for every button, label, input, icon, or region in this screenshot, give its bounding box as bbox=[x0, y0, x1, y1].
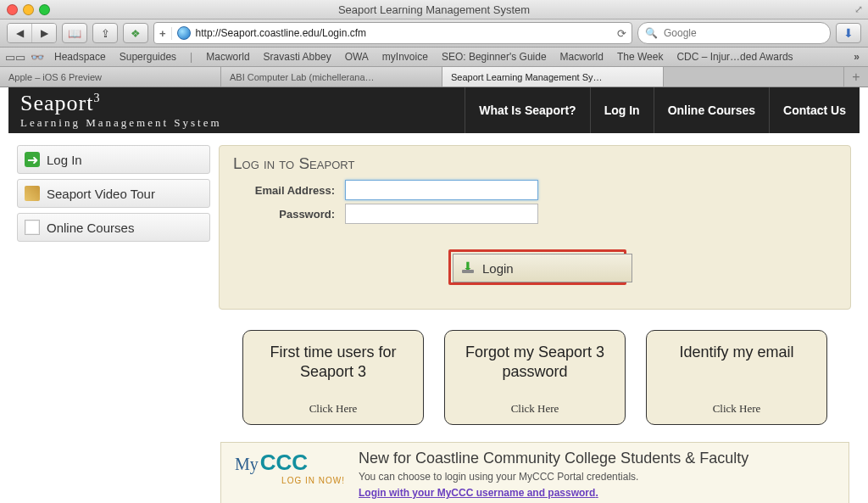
box-title: Forgot my Seaport 3 password bbox=[453, 343, 616, 381]
myccc-heading: New for Coastline Community College Stud… bbox=[359, 450, 748, 467]
page-viewport: Seaport3 Learning Management System What… bbox=[0, 87, 868, 503]
forward-button[interactable]: ▶ bbox=[32, 24, 56, 42]
nav-contact-us[interactable]: Contact Us bbox=[769, 87, 860, 133]
reload-icon[interactable]: ⟳ bbox=[617, 27, 626, 40]
fullscreen-icon[interactable]: ⤢ bbox=[854, 3, 863, 15]
password-label: Password: bbox=[233, 208, 335, 221]
nav-what-is-seaport[interactable]: What Is Seaport? bbox=[465, 87, 589, 133]
browser-tab-active[interactable]: Seaport Learning Management Sy… bbox=[442, 67, 664, 87]
bookmarks-bar: ▭▭ 👓 Headspace Superguides | Macworld Sr… bbox=[0, 48, 868, 67]
main-content: Log in to Seaport Email Address: Passwor… bbox=[219, 145, 851, 503]
download-icon: ⬇ bbox=[843, 26, 854, 40]
box-title: First time users for Seaport 3 bbox=[252, 343, 415, 381]
login-button-icon: ⬇ bbox=[462, 263, 474, 273]
myccc-logo-ccc: CCC bbox=[260, 450, 308, 475]
password-input[interactable] bbox=[345, 204, 538, 224]
new-tab-button[interactable]: + bbox=[843, 67, 868, 87]
mac-titlebar: Seaport Learning Management System ⤢ bbox=[0, 0, 868, 20]
site-brand: Seaport3 Learning Management System bbox=[8, 86, 234, 135]
window-controls bbox=[7, 4, 50, 15]
bookmark-item[interactable]: Macworld bbox=[201, 51, 254, 63]
myccc-logo-sub: LOG IN NOW! bbox=[235, 476, 345, 485]
bookmark-item[interactable]: myInvoice bbox=[377, 51, 433, 63]
minimize-window-button[interactable] bbox=[23, 4, 34, 15]
box-title: Identify my email bbox=[679, 343, 793, 362]
nav-online-courses[interactable]: Online Courses bbox=[654, 87, 769, 133]
zoom-window-button[interactable] bbox=[39, 4, 50, 15]
bookmarks-overflow-icon[interactable]: » bbox=[850, 51, 863, 63]
site-nav: What Is Seaport? Log In Online Courses C… bbox=[465, 87, 860, 133]
evernote-button[interactable]: ❖ bbox=[123, 23, 148, 43]
window-title: Seaport Learning Management System bbox=[0, 3, 868, 16]
downloads-button[interactable]: ⬇ bbox=[836, 23, 861, 43]
bookmark-item[interactable]: Superguides bbox=[114, 51, 181, 63]
box-forgot-password[interactable]: Forgot my Seaport 3 password Click Here bbox=[444, 330, 626, 425]
email-input[interactable] bbox=[345, 180, 538, 200]
share-button[interactable]: ⇪ bbox=[92, 23, 118, 43]
bookmark-item[interactable]: The Week bbox=[612, 51, 668, 63]
myccc-text: New for Coastline Community College Stud… bbox=[359, 450, 748, 499]
search-icon: 🔍 bbox=[645, 27, 658, 39]
nav-log-in[interactable]: Log In bbox=[590, 87, 654, 133]
sidebar-item-label: Seaport Video Tour bbox=[47, 187, 155, 201]
site-icon bbox=[177, 26, 191, 40]
reading-list-icon[interactable]: 👓 bbox=[31, 51, 44, 64]
tab-strip: Apple – iOS 6 Preview ABI Computer Lab (… bbox=[0, 67, 868, 87]
box-click-here: Click Here bbox=[713, 402, 761, 416]
bookmark-item[interactable]: CDC – Injur…ded Awards bbox=[671, 51, 798, 63]
sidebar-item-online-courses[interactable]: Online Courses bbox=[17, 213, 210, 242]
box-identify-email[interactable]: Identify my email Click Here bbox=[646, 330, 827, 425]
brand-subtitle: Learning Management System bbox=[20, 116, 222, 130]
login-button[interactable]: ⬇ Login bbox=[453, 254, 632, 282]
box-first-time-users[interactable]: First time users for Seaport 3 Click Her… bbox=[242, 330, 424, 425]
bookmark-item[interactable]: Sravasti Abbey bbox=[259, 51, 337, 63]
close-window-button[interactable] bbox=[7, 4, 18, 15]
add-bookmark-icon[interactable]: + bbox=[159, 27, 172, 40]
address-bar[interactable]: + http://Seaport.coastline.edu/Login.cfm… bbox=[153, 22, 632, 44]
email-label: Email Address: bbox=[233, 184, 335, 197]
page: Seaport3 Learning Management System What… bbox=[8, 87, 860, 503]
sidebar-item-login[interactable]: ➜ Log In bbox=[17, 145, 210, 174]
bookmark-item[interactable]: Macworld bbox=[555, 51, 609, 63]
brand-title: Seaport bbox=[20, 91, 93, 115]
brand-sup: 3 bbox=[93, 92, 100, 104]
search-input[interactable] bbox=[662, 26, 823, 40]
login-panel: Log in to Seaport Email Address: Passwor… bbox=[219, 145, 851, 310]
box-click-here: Click Here bbox=[309, 402, 358, 416]
help-boxes: First time users for Seaport 3 Click Her… bbox=[219, 330, 851, 425]
bookmarks-button[interactable]: 📖 bbox=[62, 23, 87, 43]
myccc-logo-my: My bbox=[235, 455, 259, 473]
login-heading: Log in to Seaport bbox=[233, 154, 837, 173]
sidebar: ➜ Log In Seaport Video Tour Online Cours… bbox=[17, 145, 210, 503]
browser-tab[interactable]: Apple – iOS 6 Preview bbox=[0, 67, 221, 87]
login-icon: ➜ bbox=[25, 152, 40, 167]
ruler-icon bbox=[25, 186, 40, 201]
box-click-here: Click Here bbox=[511, 402, 559, 416]
myccc-login-link[interactable]: Login with your MyCCC username and passw… bbox=[359, 487, 598, 499]
bookmark-item[interactable]: SEO: Beginner's Guide bbox=[437, 51, 552, 63]
myccc-panel: MyCCC LOG IN NOW! New for Coastline Comm… bbox=[220, 442, 849, 503]
nav-buttons: ◀ ▶ bbox=[7, 23, 57, 43]
sidebar-item-label: Log In bbox=[47, 153, 82, 167]
login-button-label: Login bbox=[482, 261, 514, 276]
bookmark-item[interactable]: Headspace bbox=[49, 51, 111, 63]
myccc-desc: You can choose to login using your MyCCC… bbox=[359, 471, 748, 483]
bookmark-item[interactable]: OWA bbox=[340, 51, 374, 63]
sidebar-item-label: Online Courses bbox=[47, 221, 134, 235]
search-field[interactable]: 🔍 bbox=[637, 22, 831, 44]
bookmarks-menu-icon[interactable]: ▭▭ bbox=[5, 51, 25, 64]
page-icon bbox=[25, 220, 40, 235]
back-button[interactable]: ◀ bbox=[8, 24, 32, 42]
browser-toolbar: ◀ ▶ 📖 ⇪ ❖ + http://Seaport.coastline.edu… bbox=[0, 20, 868, 48]
myccc-logo: MyCCC LOG IN NOW! bbox=[235, 450, 345, 485]
login-button-highlight: ⬇ Login bbox=[448, 249, 626, 285]
sidebar-item-video-tour[interactable]: Seaport Video Tour bbox=[17, 179, 210, 208]
browser-tab[interactable]: ABI Computer Lab (michellerana… bbox=[221, 67, 442, 87]
url-text: http://Seaport.coastline.edu/Login.cfm bbox=[196, 27, 612, 39]
site-header: Seaport3 Learning Management System What… bbox=[8, 87, 860, 133]
